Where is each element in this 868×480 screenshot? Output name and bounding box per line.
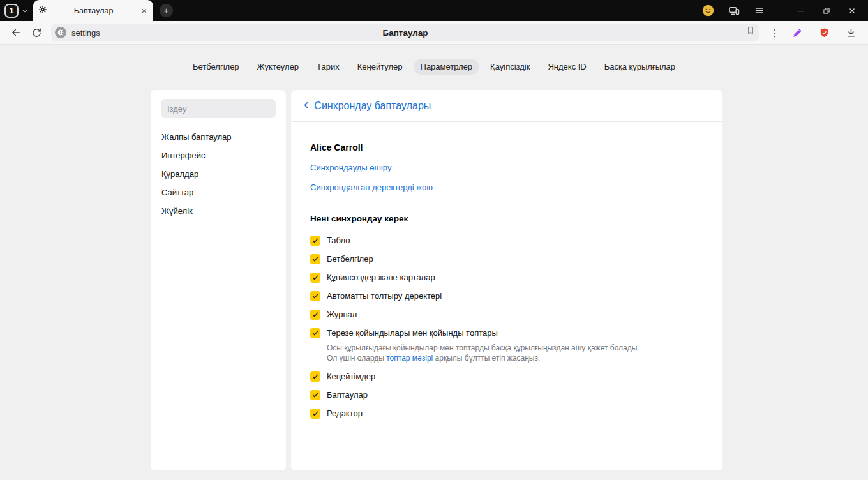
reload-icon[interactable] [28, 24, 45, 41]
description-text: Ол үшін оларды [327, 354, 386, 363]
description-line-1: Осы құрылғыдағы қойындылар мен топтарды … [327, 343, 703, 353]
sync-option-passwords[interactable]: Құпиясөздер және карталар [310, 268, 703, 287]
shield-extension-icon[interactable] [816, 24, 832, 41]
nav-history[interactable]: Тарих [310, 59, 347, 75]
nav-bookmarks[interactable]: Бетбелгілер [186, 59, 246, 75]
checkbox-checked-icon[interactable] [310, 310, 320, 320]
checkbox-checked-icon[interactable] [310, 371, 320, 382]
sync-option-label: Редактор [327, 409, 363, 418]
more-options-icon[interactable]: ⋮ [763, 27, 786, 39]
sync-settings-panel: ‹ Синхрондау баптаулары Alice Carroll Си… [291, 90, 722, 470]
sync-option-autofill[interactable]: Автоматты толтыру деректері [310, 287, 703, 305]
sync-option-bookmarks[interactable]: Бетбелгілер [310, 250, 703, 268]
devices-icon[interactable] [728, 5, 740, 17]
bookmark-icon[interactable] [745, 26, 756, 38]
new-tab-button[interactable]: + [160, 4, 173, 17]
checkbox-checked-icon[interactable] [310, 328, 320, 338]
close-button[interactable] [844, 3, 860, 19]
sync-option-label: Автоматты толтыру деректері [327, 291, 442, 301]
sync-option-description: Осы құрылғыдағы қойындылар мен топтарды … [327, 343, 703, 363]
address-page-title: Баптаулар [51, 28, 760, 38]
groups-menu-link[interactable]: топтар мәзірі [386, 354, 433, 363]
profile-avatar[interactable] [702, 4, 714, 17]
downloads-icon[interactable] [842, 24, 859, 41]
checkbox-checked-icon[interactable] [310, 273, 320, 283]
description-text: арқылы бұлтты етіп жасаңыз. [433, 354, 540, 363]
checkbox-checked-icon[interactable] [310, 236, 320, 246]
maximize-button[interactable] [818, 3, 835, 19]
page-title: Синхрондау баптаулары [314, 100, 431, 112]
description-line-2: Ол үшін оларды топтар мәзірі арқылы бұлт… [327, 353, 703, 363]
nav-security[interactable]: Қауіпсіздік [483, 59, 537, 75]
sync-option-label: Құпиясөздер және карталар [327, 273, 435, 282]
sync-option-tableau[interactable]: Табло [310, 231, 703, 250]
disable-sync-link[interactable]: Синхрондауды өшіру [310, 163, 703, 172]
address-bar[interactable]: settings Баптаулар [51, 24, 760, 41]
sync-settings-body: Alice Carroll Синхрондауды өшіру Синхрон… [291, 122, 722, 423]
nav-other-devices[interactable]: Басқа құрылғылар [597, 59, 682, 75]
sidebar-item-system[interactable]: Жүйелік [151, 202, 286, 220]
sync-option-label: Баптаулар [327, 390, 368, 400]
sync-option-label: Терезе қойындылары мен қойынды топтары [327, 328, 498, 338]
sync-option-history[interactable]: Журнал [310, 305, 703, 324]
checkbox-checked-icon[interactable] [310, 291, 320, 301]
nav-settings[interactable]: Параметрлер [414, 59, 480, 75]
checkbox-checked-icon[interactable] [310, 390, 320, 400]
settings-top-nav: Бетбелгілер Жүктеулер Тарих Кеңейтулер П… [0, 59, 868, 75]
menu-icon[interactable] [754, 5, 765, 16]
sync-settings-header: ‹ Синхрондау баптаулары [291, 90, 722, 122]
nav-extensions[interactable]: Кеңейтулер [350, 59, 410, 75]
back-icon[interactable] [8, 24, 24, 41]
checkbox-checked-icon[interactable] [310, 254, 320, 264]
settings-page: Бетбелгілер Жүктеулер Тарих Кеңейтулер П… [0, 45, 868, 480]
sync-option-extensions[interactable]: Кеңейтімдер [310, 367, 703, 386]
sync-option-label: Кеңейтімдер [327, 371, 375, 381]
pen-extension-icon[interactable] [789, 24, 805, 41]
toolbar-extensions [786, 24, 868, 41]
delete-synced-data-link[interactable]: Синхрондалған деректерді жою [310, 183, 703, 192]
toolbar: settings Баптаулар ⋮ [0, 21, 868, 45]
nav-yandex-id[interactable]: Яндекс ID [541, 59, 593, 75]
account-name: Alice Carroll [310, 142, 703, 153]
tab-group-chevron-icon[interactable] [22, 8, 28, 14]
back-chevron-icon[interactable]: ‹ [304, 98, 308, 112]
section-title: Нені синхрондау керек [310, 214, 703, 223]
tab-group-label: 1 [10, 6, 14, 15]
sync-options-list: Табло Бетбелгілер Құпиясөздер және карта… [310, 231, 703, 423]
minimize-button[interactable] [793, 3, 809, 19]
sync-option-label: Табло [327, 236, 350, 245]
url-text: settings [71, 28, 100, 38]
sidebar-list: Жалпы баптаулар Интерфейс Құралдар Сайтт… [151, 128, 286, 220]
titlebar: 1 Баптаулар × + [0, 0, 868, 21]
tab-gear-icon [38, 5, 47, 17]
sync-option-settings[interactable]: Баптаулар [310, 386, 703, 404]
sidebar-item-interface[interactable]: Интерфейс [151, 146, 286, 165]
search-input[interactable] [161, 99, 276, 118]
site-icon[interactable] [55, 27, 66, 38]
sync-option-label: Бетбелгілер [327, 254, 373, 264]
sidebar-item-general[interactable]: Жалпы баптаулар [151, 128, 286, 146]
tab-group-button[interactable]: 1 [4, 4, 19, 18]
tab-title: Баптаулар [51, 6, 136, 15]
sidebar-item-sites[interactable]: Сайттар [151, 183, 286, 202]
sync-option-tabs[interactable]: Терезе қойындылары мен қойынды топтары [310, 324, 703, 342]
sync-option-label: Журнал [327, 310, 357, 319]
settings-sidebar: Жалпы баптаулар Интерфейс Құралдар Сайтт… [151, 90, 286, 470]
browser-tab[interactable]: Баптаулар × [33, 0, 153, 21]
checkbox-checked-icon[interactable] [310, 409, 320, 419]
titlebar-right [702, 3, 868, 19]
sidebar-item-tools[interactable]: Құралдар [151, 165, 286, 183]
nav-downloads[interactable]: Жүктеулер [250, 59, 306, 75]
sync-option-editor[interactable]: Редактор [310, 404, 703, 423]
tab-close-icon[interactable]: × [140, 6, 148, 15]
